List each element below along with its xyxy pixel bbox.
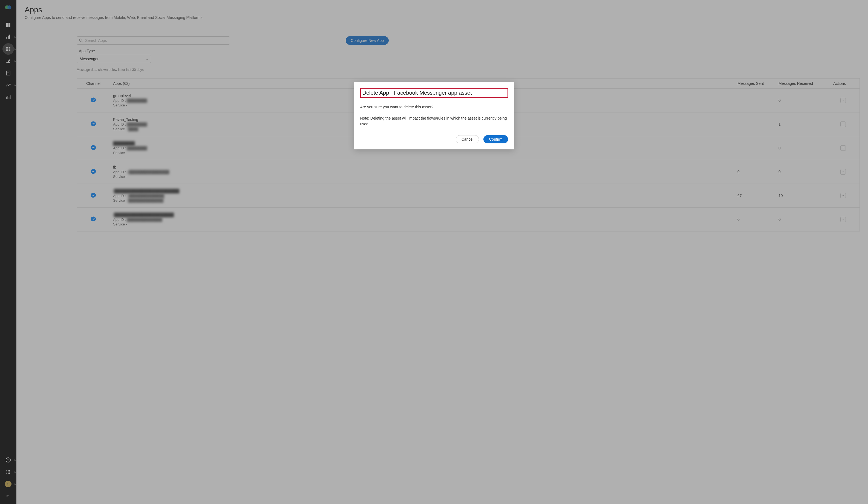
modal-overlay[interactable]: Delete App - Facebook Messenger app asse… xyxy=(0,0,868,504)
modal-text-2: Note: Deleting the asset will impact the… xyxy=(360,115,508,127)
modal-title: Delete App - Facebook Messenger app asse… xyxy=(360,88,508,98)
confirm-button[interactable]: Confirm xyxy=(483,135,508,143)
delete-app-modal: Delete App - Facebook Messenger app asse… xyxy=(354,82,514,149)
modal-text-1: Are you sure you want to delete this ass… xyxy=(360,104,508,110)
cancel-button[interactable]: Cancel xyxy=(456,135,479,143)
